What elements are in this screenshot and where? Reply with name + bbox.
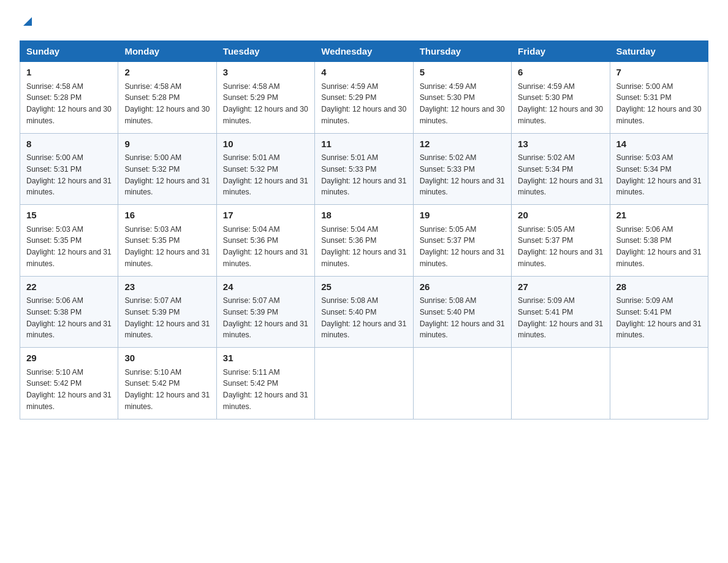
day-number: 24: [223, 280, 308, 294]
day-info: Sunrise: 4:58 AMSunset: 5:28 PMDaylight:…: [26, 82, 112, 125]
day-info: Sunrise: 4:59 AMSunset: 5:29 PMDaylight:…: [321, 82, 406, 125]
day-info: Sunrise: 4:59 AMSunset: 5:30 PMDaylight:…: [518, 82, 603, 125]
calendar-cell: 19 Sunrise: 5:05 AMSunset: 5:37 PMDaylig…: [413, 205, 511, 277]
day-info: Sunrise: 5:05 AMSunset: 5:37 PMDaylight:…: [518, 225, 603, 268]
day-info: Sunrise: 5:11 AMSunset: 5:42 PMDaylight:…: [223, 368, 308, 411]
calendar-cell: [413, 348, 511, 419]
day-number: 6: [518, 66, 603, 79]
day-number: 8: [26, 137, 112, 151]
day-info: Sunrise: 5:03 AMSunset: 5:35 PMDaylight:…: [124, 225, 210, 268]
calendar-header-friday: Friday: [512, 41, 610, 62]
calendar-cell: 2 Sunrise: 4:58 AMSunset: 5:28 PMDayligh…: [118, 62, 216, 134]
day-number: 16: [124, 209, 210, 222]
day-number: 12: [420, 137, 505, 151]
calendar-cell: 9 Sunrise: 5:00 AMSunset: 5:32 PMDayligh…: [118, 133, 216, 205]
calendar-cell: 10 Sunrise: 5:01 AMSunset: 5:32 PMDaylig…: [216, 133, 314, 205]
day-info: Sunrise: 5:09 AMSunset: 5:41 PMDaylight:…: [616, 296, 702, 339]
calendar-header-saturday: Saturday: [610, 41, 708, 62]
calendar-cell: 13 Sunrise: 5:02 AMSunset: 5:34 PMDaylig…: [512, 133, 610, 205]
calendar-week-row: 8 Sunrise: 5:00 AMSunset: 5:31 PMDayligh…: [20, 133, 708, 205]
calendar-cell: 22 Sunrise: 5:06 AMSunset: 5:38 PMDaylig…: [20, 276, 118, 348]
calendar-cell: 20 Sunrise: 5:05 AMSunset: 5:37 PMDaylig…: [512, 205, 610, 277]
day-number: 21: [616, 209, 702, 222]
day-number: 29: [26, 351, 112, 365]
day-number: 25: [321, 280, 406, 294]
calendar-cell: 29 Sunrise: 5:10 AMSunset: 5:42 PMDaylig…: [20, 348, 118, 419]
day-number: 5: [420, 66, 505, 79]
day-info: Sunrise: 5:00 AMSunset: 5:31 PMDaylight:…: [26, 153, 112, 196]
day-number: 20: [518, 209, 603, 222]
calendar-header-tuesday: Tuesday: [216, 41, 314, 62]
page-header: [20, 15, 708, 29]
calendar-cell: 18 Sunrise: 5:04 AMSunset: 5:36 PMDaylig…: [315, 205, 413, 277]
day-info: Sunrise: 5:03 AMSunset: 5:35 PMDaylight:…: [26, 225, 112, 268]
day-number: 1: [26, 66, 112, 79]
calendar-cell: 17 Sunrise: 5:04 AMSunset: 5:36 PMDaylig…: [216, 205, 314, 277]
day-info: Sunrise: 5:00 AMSunset: 5:32 PMDaylight:…: [124, 153, 210, 196]
calendar-cell: 24 Sunrise: 5:07 AMSunset: 5:39 PMDaylig…: [216, 276, 314, 348]
day-info: Sunrise: 5:04 AMSunset: 5:36 PMDaylight:…: [223, 225, 308, 268]
day-number: 15: [26, 209, 112, 222]
calendar-cell: 23 Sunrise: 5:07 AMSunset: 5:39 PMDaylig…: [118, 276, 216, 348]
day-number: 26: [420, 280, 505, 294]
calendar-cell: 4 Sunrise: 4:59 AMSunset: 5:29 PMDayligh…: [315, 62, 413, 134]
svg-marker-0: [23, 17, 32, 26]
calendar-cell: 12 Sunrise: 5:02 AMSunset: 5:33 PMDaylig…: [413, 133, 511, 205]
day-number: 28: [616, 280, 702, 294]
calendar-week-row: 29 Sunrise: 5:10 AMSunset: 5:42 PMDaylig…: [20, 348, 708, 419]
day-info: Sunrise: 5:02 AMSunset: 5:33 PMDaylight:…: [420, 153, 505, 196]
day-number: 11: [321, 137, 406, 151]
logo-triangle-icon: [21, 15, 34, 28]
day-info: Sunrise: 5:07 AMSunset: 5:39 PMDaylight:…: [223, 296, 308, 339]
day-number: 17: [223, 209, 308, 222]
calendar-cell: 8 Sunrise: 5:00 AMSunset: 5:31 PMDayligh…: [20, 133, 118, 205]
calendar-cell: 30 Sunrise: 5:10 AMSunset: 5:42 PMDaylig…: [118, 348, 216, 419]
day-number: 13: [518, 137, 603, 151]
calendar-header-monday: Monday: [118, 41, 216, 62]
day-info: Sunrise: 5:06 AMSunset: 5:38 PMDaylight:…: [26, 296, 112, 339]
day-number: 4: [321, 66, 406, 79]
calendar-cell: 16 Sunrise: 5:03 AMSunset: 5:35 PMDaylig…: [118, 205, 216, 277]
day-number: 30: [124, 351, 210, 365]
day-number: 27: [518, 280, 603, 294]
day-number: 10: [223, 137, 308, 151]
day-info: Sunrise: 5:09 AMSunset: 5:41 PMDaylight:…: [518, 296, 603, 339]
calendar-cell: [512, 348, 610, 419]
day-info: Sunrise: 5:04 AMSunset: 5:36 PMDaylight:…: [321, 225, 406, 268]
calendar-cell: 28 Sunrise: 5:09 AMSunset: 5:41 PMDaylig…: [610, 276, 708, 348]
day-number: 23: [124, 280, 210, 294]
day-info: Sunrise: 5:00 AMSunset: 5:31 PMDaylight:…: [616, 82, 702, 125]
day-number: 19: [420, 209, 505, 222]
day-number: 31: [223, 351, 308, 365]
calendar-cell: 5 Sunrise: 4:59 AMSunset: 5:30 PMDayligh…: [413, 62, 511, 134]
day-number: 22: [26, 280, 112, 294]
calendar-header-thursday: Thursday: [413, 41, 511, 62]
day-number: 9: [124, 137, 210, 151]
day-info: Sunrise: 5:08 AMSunset: 5:40 PMDaylight:…: [420, 296, 505, 339]
day-number: 18: [321, 209, 406, 222]
logo: [20, 15, 34, 29]
day-info: Sunrise: 5:05 AMSunset: 5:37 PMDaylight:…: [420, 225, 505, 268]
calendar-week-row: 1 Sunrise: 4:58 AMSunset: 5:28 PMDayligh…: [20, 62, 708, 134]
calendar-cell: 6 Sunrise: 4:59 AMSunset: 5:30 PMDayligh…: [512, 62, 610, 134]
calendar-cell: 26 Sunrise: 5:08 AMSunset: 5:40 PMDaylig…: [413, 276, 511, 348]
calendar-cell: 14 Sunrise: 5:03 AMSunset: 5:34 PMDaylig…: [610, 133, 708, 205]
calendar-header-wednesday: Wednesday: [315, 41, 413, 62]
day-info: Sunrise: 5:10 AMSunset: 5:42 PMDaylight:…: [26, 368, 112, 411]
calendar-cell: 3 Sunrise: 4:58 AMSunset: 5:29 PMDayligh…: [216, 62, 314, 134]
day-number: 7: [616, 66, 702, 79]
calendar-cell: 27 Sunrise: 5:09 AMSunset: 5:41 PMDaylig…: [512, 276, 610, 348]
calendar-cell: 7 Sunrise: 5:00 AMSunset: 5:31 PMDayligh…: [610, 62, 708, 134]
calendar-week-row: 15 Sunrise: 5:03 AMSunset: 5:35 PMDaylig…: [20, 205, 708, 277]
calendar-header-row: SundayMondayTuesdayWednesdayThursdayFrid…: [20, 41, 708, 62]
calendar-cell: 11 Sunrise: 5:01 AMSunset: 5:33 PMDaylig…: [315, 133, 413, 205]
day-info: Sunrise: 4:58 AMSunset: 5:29 PMDaylight:…: [223, 82, 308, 125]
day-info: Sunrise: 4:59 AMSunset: 5:30 PMDaylight:…: [420, 82, 505, 125]
calendar-cell: [610, 348, 708, 419]
day-number: 3: [223, 66, 308, 79]
day-info: Sunrise: 5:01 AMSunset: 5:32 PMDaylight:…: [223, 153, 308, 196]
day-info: Sunrise: 5:02 AMSunset: 5:34 PMDaylight:…: [518, 153, 603, 196]
day-info: Sunrise: 5:06 AMSunset: 5:38 PMDaylight:…: [616, 225, 702, 268]
calendar-cell: [315, 348, 413, 419]
day-info: Sunrise: 5:10 AMSunset: 5:42 PMDaylight:…: [124, 368, 210, 411]
